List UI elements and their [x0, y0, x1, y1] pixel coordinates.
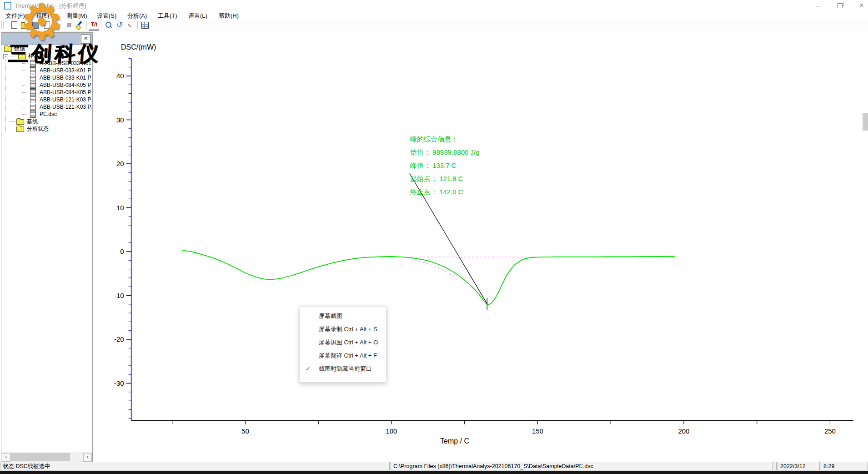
scroll-right-icon[interactable]: ›: [83, 453, 92, 462]
grid-icon[interactable]: [140, 20, 150, 30]
document-icon: [30, 60, 36, 67]
restore-button[interactable]: [832, 0, 848, 11]
menu-item-4[interactable]: 设置(S): [97, 12, 116, 20]
window-title: ThermalAnalys - [分析程序]: [15, 2, 86, 10]
toolbar-separator: [86, 21, 87, 29]
report-icon[interactable]: [42, 20, 52, 30]
tree-guide-line: [22, 92, 29, 93]
svg-text:-10: -10: [114, 292, 124, 299]
tree-guide-line: [5, 129, 15, 129]
svg-text:-20: -20: [114, 335, 124, 343]
tree-item-label: ABB-USB-084-K05 P: [40, 89, 91, 96]
tree-expander-icon[interactable]: -: [3, 54, 8, 59]
annotation-line-5: 终止点： 142.0 C: [410, 188, 480, 201]
checkmark-icon: ✓: [306, 362, 311, 375]
context-menu-label: 屏幕录制 Ctrl + Alt + S: [319, 326, 377, 333]
text-style-icon[interactable]: T/t: [89, 20, 99, 30]
close-button[interactable]: ×: [854, 0, 868, 11]
context-menu-item-3[interactable]: 屏幕识图 Ctrl + Alt + O: [300, 336, 386, 349]
menu-item-8[interactable]: 帮助(H): [219, 12, 239, 20]
y-axis-title: DSC/(mW): [121, 43, 156, 51]
dsc-chart-area[interactable]: -30-20-1001020304050100150200250: [93, 31, 868, 462]
svg-text:150: 150: [532, 427, 543, 435]
tree-guide-line: [22, 63, 29, 64]
data-tree-panel: × 数据-样品数据A-ABB-USB-033-K01ABB-USB-033-K0…: [1, 32, 93, 462]
context-menu-item-1[interactable]: 屏幕截图: [300, 309, 386, 323]
status-spacer: [774, 462, 777, 470]
scrollbar-thumb[interactable]: [10, 453, 70, 461]
panel-close-icon[interactable]: ×: [81, 34, 90, 44]
stop-icon[interactable]: [65, 20, 75, 30]
zoom-fit-icon[interactable]: ↔: [124, 18, 137, 32]
save-file-icon[interactable]: [31, 20, 41, 30]
zoom-box-icon[interactable]: [104, 20, 114, 30]
x-axis-title: Temp / C: [440, 437, 469, 445]
tree-item-label: 基线: [27, 118, 38, 125]
context-menu-label: 截图时隐藏当前窗口: [319, 365, 372, 372]
annotation-line-1: 峰的综合信息：: [410, 135, 480, 148]
new-file-icon[interactable]: [9, 20, 19, 30]
tree-item-label: ABB-USB-121-K03 P.: [40, 103, 92, 111]
status-bar: 状态:DSC线被选中 C:\Program Files (x86)\Therma…: [0, 462, 868, 471]
svg-text:250: 250: [824, 427, 836, 435]
tree-item-label: 数据: [14, 45, 25, 52]
document-icon: [30, 104, 36, 111]
tree-guide-line: [22, 78, 29, 78]
document-icon: [30, 96, 36, 103]
status-date: 2022/3/12: [778, 462, 820, 470]
annotation-line-4: 起始点： 121.8 C: [410, 175, 480, 188]
folder-icon: [16, 119, 24, 125]
open-file-icon[interactable]: [20, 20, 30, 30]
context-menu-item-5[interactable]: ✓截图时隐藏当前窗口: [300, 362, 386, 375]
run-icon[interactable]: [54, 20, 64, 30]
context-menu-item-2[interactable]: 屏幕录制 Ctrl + Alt + S: [300, 323, 386, 336]
tree-item-label: PE.dsc: [40, 111, 57, 118]
app-window: { "window": { "title": "ThermalAnalys - …: [0, 0, 868, 474]
status-time: 8:29: [821, 462, 868, 470]
toolbar-grip: [3, 21, 5, 29]
svg-text:100: 100: [386, 427, 397, 435]
peak-info-annotation: 峰的综合信息：焓值： 98939.8800 J/g峰值： 133.7 C起始点：…: [410, 135, 480, 201]
tree-item-label: ABB-USB-033-K01 P: [40, 67, 91, 74]
vertical-scrollbar-thumb[interactable]: [863, 113, 868, 131]
tree-guide-line: [5, 59, 6, 134]
context-menu-item-4[interactable]: 屏幕翻译 Ctrl + Alt + F: [300, 349, 386, 362]
document-icon: [30, 111, 36, 118]
menu-item-1[interactable]: 文件(F): [5, 12, 25, 20]
tree-item-label: 样品数据: [28, 52, 50, 60]
panel-header[interactable]: ×: [1, 33, 92, 45]
zoom-reset-icon[interactable]: ↺: [115, 20, 125, 30]
tree-horizontal-scrollbar[interactable]: ‹ ›: [1, 452, 92, 462]
folder-icon: [16, 126, 24, 132]
tree-guide-line: [22, 107, 29, 107]
folder-icon: [18, 54, 26, 59]
dsc-plot: -30-20-1001020304050100150200250: [93, 31, 868, 462]
menu-item-6[interactable]: 工具(T): [158, 12, 177, 20]
minimize-button[interactable]: [811, 0, 826, 11]
document-icon: [30, 89, 36, 96]
context-menu-label: 屏幕识图 Ctrl + Alt + O: [319, 339, 378, 346]
svg-text:0: 0: [120, 247, 124, 255]
annotation-line-2: 焓值： 98939.8800 J/g: [410, 148, 480, 161]
svg-text:-30: -30: [114, 379, 124, 387]
toolbar-grip: [1, 21, 3, 29]
document-icon: [30, 75, 36, 81]
scroll-left-icon[interactable]: ‹: [2, 453, 10, 462]
menu-item-3[interactable]: 测量(M): [66, 12, 87, 20]
context-menu-label: 屏幕截图: [319, 313, 342, 319]
context-menu-label: 屏幕翻译 Ctrl + Alt + F: [319, 352, 377, 359]
annotation-line-3: 峰值： 133.7 C: [410, 161, 480, 175]
svg-text:50: 50: [241, 427, 249, 435]
tree-item-label: ABB-USB-084-K05 P: [40, 81, 91, 89]
brush-icon[interactable]: [75, 20, 85, 30]
menu-item-7[interactable]: 语言(L): [188, 12, 207, 20]
tree-guide-line: [22, 114, 29, 115]
screenshot-context-menu: 屏幕截图屏幕录制 Ctrl + Alt + S屏幕识图 Ctrl + Alt +…: [299, 306, 386, 383]
tree-guide-line: [5, 121, 15, 122]
tree-guide-line: [22, 71, 29, 71]
menu-item-2[interactable]: 视图(V): [36, 12, 55, 20]
dsc-curve[interactable]: [182, 250, 675, 304]
tree-item-label: ABB-USB-121-K03 P.: [40, 96, 92, 103]
document-icon: [30, 82, 36, 89]
svg-text:10: 10: [116, 204, 124, 212]
